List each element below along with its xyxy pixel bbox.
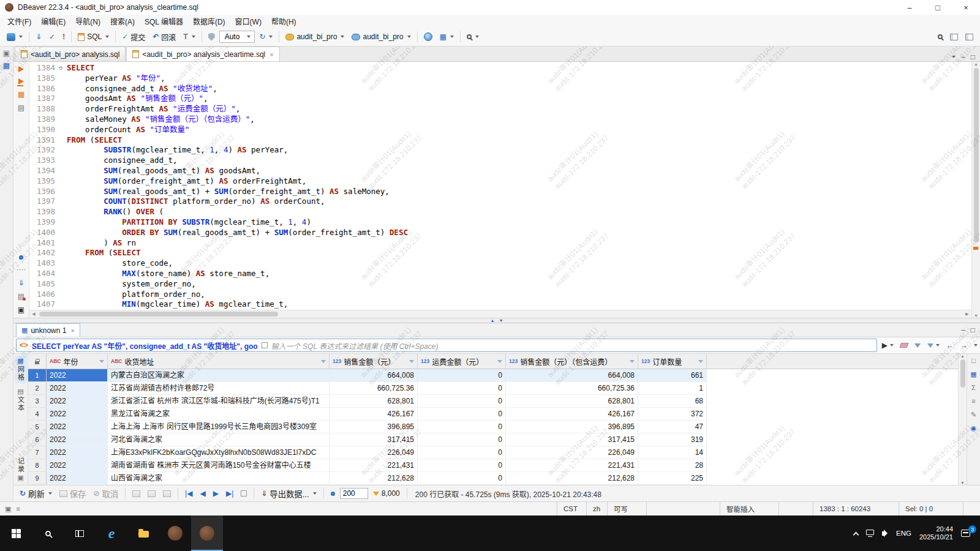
cell[interactable]: 226,049 [506, 446, 638, 459]
more-icon[interactable]: ···· [17, 266, 26, 273]
script-icon[interactable]: ▤ [18, 104, 24, 111]
grid-settings-button[interactable] [328, 490, 337, 497]
cell[interactable]: 江苏省尚湖镇吉桥村许巷郎72号 [108, 382, 330, 395]
row-number[interactable]: 5 [28, 421, 47, 433]
start-button[interactable] [0, 515, 32, 551]
new-connection-button[interactable] [4, 31, 26, 43]
cell[interactable]: 2022 [47, 369, 108, 382]
scrollbar-thumb[interactable] [39, 312, 278, 317]
cell[interactable]: 上海上海 上海市 闵行区申昆路1999号长三角电商园3号楼309室 [108, 421, 330, 433]
cell[interactable]: 225 [638, 472, 707, 485]
menu-sql-editor[interactable]: SQL 编辑器 [140, 15, 188, 28]
database-navigator-icon[interactable]: ▣ [3, 50, 10, 57]
input-language-indicator[interactable]: ENG [896, 530, 911, 537]
gear-icon[interactable] [19, 255, 23, 260]
column-filter-button[interactable] [698, 360, 703, 363]
table-row[interactable]: 42022黑龙江省海澜之家426,1670426,167372 [28, 408, 958, 421]
export-data-button[interactable]: ⇓导出数据... [258, 487, 318, 501]
cell[interactable]: 2022 [47, 433, 108, 446]
close-tab-icon[interactable]: × [70, 327, 74, 334]
cell[interactable]: 396,895 [506, 421, 638, 433]
cell[interactable]: 2022 [47, 459, 108, 472]
cell[interactable]: 0 [418, 421, 506, 433]
code-line[interactable]: 1386 consignee_add_t AS "收货地址", [29, 84, 971, 94]
workspace-icon[interactable]: ▣ [18, 306, 24, 313]
menu-search[interactable]: 搜索(A) [105, 15, 140, 28]
cell[interactable]: 221,431 [506, 459, 638, 472]
edit-value-icon[interactable]: ✎ [971, 411, 976, 418]
expand-filter-icon[interactable] [262, 342, 268, 348]
open-sql-script-button[interactable]: ⇓ [32, 31, 45, 42]
code-line[interactable]: 1387 goodsAmt AS "销售金额（元）", [29, 94, 971, 104]
history-back-button[interactable]: ← [944, 342, 956, 349]
explain-plan-icon[interactable]: ▦ [18, 91, 24, 98]
table-row[interactable]: 22022江苏省尚湖镇吉桥村许巷郎72号660,725.360660,725.3… [28, 382, 958, 395]
code-line[interactable]: 1388 orderFreightAmt AS "运费金额（元）", [29, 104, 971, 114]
close-button[interactable]: × [952, 0, 980, 15]
console-icon[interactable]: ▣ [5, 506, 11, 512]
cell[interactable]: 2022 [47, 408, 108, 421]
code-line[interactable]: 1396 SUM(real_goods_amt_t) + SUM(order_f… [29, 187, 971, 197]
collapse-up-icon[interactable]: ▲ [491, 318, 495, 323]
row-number[interactable]: 9 [28, 472, 47, 485]
tab-list-icon[interactable] [952, 56, 956, 58]
cell[interactable]: 212,628 [330, 472, 418, 485]
delete-row-button[interactable] [160, 489, 173, 498]
pin-panel-icon[interactable]: ◉ [971, 425, 977, 432]
taskbar-explorer-button[interactable] [127, 515, 159, 551]
code-line[interactable]: 1400 ORDER BY SUM(real_goods_amt_t) + SU… [29, 228, 971, 238]
cell[interactable]: 661 [638, 369, 707, 382]
cell[interactable]: 664,008 [330, 369, 418, 382]
code-line[interactable]: 1402 FROM (SELECT [29, 248, 971, 258]
cell[interactable]: 47 [638, 421, 707, 433]
result-tab-unknown1[interactable]: ▦ unknown 1 × [16, 323, 80, 337]
column-header-4[interactable]: 123销售金额（元）（包含运费） [506, 354, 638, 369]
cell[interactable]: 0 [418, 395, 506, 408]
execute-script-icon[interactable] [18, 78, 24, 84]
maximize-panel-icon[interactable]: □ [971, 326, 975, 334]
cell[interactable]: 2022 [47, 446, 108, 459]
scroll-right-icon[interactable]: ▶ [963, 312, 971, 317]
menu-database[interactable]: 数据库(D) [188, 15, 230, 28]
taskbar-app-button[interactable] [159, 515, 191, 551]
cell[interactable]: 628,801 [506, 395, 638, 408]
column-header-3[interactable]: 123运费金额（元） [418, 354, 506, 369]
search-button[interactable] [464, 32, 482, 41]
sql-editor-button[interactable]: SQL [75, 31, 112, 43]
row-number[interactable]: 6 [28, 433, 47, 446]
fetch-page-button[interactable] [238, 489, 249, 498]
validate-button[interactable]: ✓ [46, 31, 58, 42]
cell[interactable]: 0 [418, 472, 506, 485]
query-history-button[interactable]: ↻ [256, 31, 276, 42]
taskbar-ie-button[interactable]: e [96, 515, 127, 551]
scrollbar-thumb[interactable] [960, 359, 965, 388]
cell[interactable]: 湖南省湖南省 株洲市 天元区黄河南路150号金谷财富中心五楼 [108, 459, 330, 472]
code-line[interactable]: 1406 platform_order_no, [29, 290, 971, 300]
column-filter-button[interactable] [321, 360, 326, 363]
cell[interactable]: 黑龙江省海澜之家 [108, 408, 330, 421]
code-line[interactable]: 1401 ) AS rn [29, 238, 971, 249]
editor-tab-analysis-cleartime[interactable]: <audit_bi_pro> analysis_cleartime.sql × [126, 47, 279, 61]
next-row-button[interactable]: ▶ [211, 489, 221, 498]
cell[interactable]: 1 [638, 382, 707, 395]
column-header-0[interactable]: ABC年份 [47, 354, 108, 369]
maximize-panel-icon[interactable]: □ [971, 358, 976, 364]
scroll-up-icon[interactable]: ▲ [960, 354, 965, 358]
cell[interactable]: 372 [638, 408, 707, 421]
column-filter-button[interactable] [630, 360, 635, 363]
code-line[interactable]: 1407 MIN(mgclear_time) AS mgclear_time_t… [29, 299, 971, 310]
cell[interactable]: 2022 [47, 472, 108, 485]
code-line[interactable]: 1405 system_order_no, [29, 279, 971, 290]
segment-size-button[interactable]: 8,000 [371, 488, 402, 499]
row-number[interactable]: 7 [28, 446, 47, 459]
cell[interactable]: 426,167 [330, 408, 418, 421]
commit-button[interactable]: ✓提交 [119, 30, 148, 44]
cell[interactable]: 317,415 [330, 433, 418, 446]
row-number[interactable]: 8 [28, 459, 47, 472]
layout-button[interactable]: ▦ [437, 31, 457, 42]
cell[interactable]: 内蒙古自治区海澜之家 [108, 369, 330, 382]
cell[interactable]: 上海E33xPklFK2bKoarGQgwJxXty8lhxN0bS08Wd83… [108, 446, 330, 459]
cell[interactable]: 396,895 [330, 421, 418, 433]
code-line[interactable]: 1385 perYear AS "年份", [29, 73, 971, 84]
cell[interactable]: 319 [638, 433, 707, 446]
